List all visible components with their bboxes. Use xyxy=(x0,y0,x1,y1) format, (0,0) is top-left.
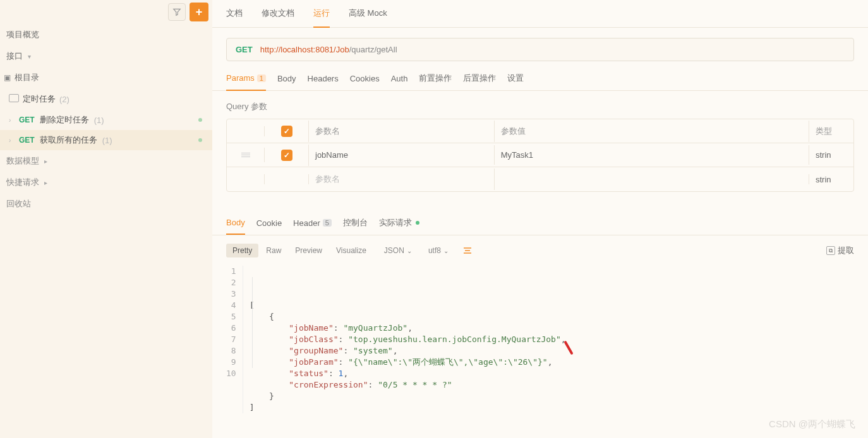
chevron-down-icon: ⌄ xyxy=(443,247,449,254)
header-name: 参数名 xyxy=(309,121,495,142)
request-url[interactable]: http://localhost:8081/Job/quartz/getAll xyxy=(260,45,397,54)
folder-label: 定时任务 xyxy=(23,93,56,105)
tab-headers[interactable]: Headers xyxy=(308,73,339,90)
row-check: ✓ xyxy=(265,145,309,166)
chevron-right-icon: › xyxy=(9,117,14,124)
format-code-button[interactable] xyxy=(460,243,475,258)
code-content[interactable]: [ { "jobName": "myQuartzJob", "jobClass"… xyxy=(243,266,566,413)
tab-pre[interactable]: 前置操作 xyxy=(419,73,452,90)
params-label: Params xyxy=(226,73,255,83)
caret-right-icon: ▸ xyxy=(44,179,47,186)
url-host: http://localhost:8081/Job xyxy=(260,45,349,54)
param-name-input[interactable]: 参数名 xyxy=(309,169,495,190)
recycle-bin-nav[interactable]: 回收站 xyxy=(0,193,212,215)
view-visualize[interactable]: Visualize xyxy=(330,244,373,257)
tab-doc[interactable]: 文档 xyxy=(226,8,243,27)
filter-button[interactable] xyxy=(168,3,186,21)
folder-root-icon: ▣ xyxy=(4,73,11,82)
svg-marker-0 xyxy=(174,9,181,15)
caret-right-icon: ▸ xyxy=(44,158,47,165)
data-model-label: 数据模型 xyxy=(6,155,39,167)
view-pretty[interactable]: Pretty xyxy=(226,244,258,257)
resp-tab-body[interactable]: Body xyxy=(226,218,245,235)
tab-mock[interactable]: 高级 Mock xyxy=(349,8,387,27)
header-check: ✓ xyxy=(265,121,309,142)
add-button[interactable]: + xyxy=(190,3,208,21)
param-type-input[interactable]: strin xyxy=(809,170,853,189)
api-nav[interactable]: 接口 ▾ xyxy=(0,45,212,67)
view-raw[interactable]: Raw xyxy=(260,244,287,257)
encoding-label: utf8 xyxy=(428,246,441,255)
item-count: (1) xyxy=(94,115,104,125)
data-model-nav[interactable]: 数据模型 ▸ xyxy=(0,150,212,172)
extract-label: 提取 xyxy=(838,245,854,256)
resp-tab-console[interactable]: 控制台 xyxy=(343,217,368,235)
folder-count: (2) xyxy=(59,95,69,104)
project-overview[interactable]: 项目概览 xyxy=(0,24,212,45)
tab-cookies[interactable]: Cookies xyxy=(350,73,380,90)
header-value: 参数值 xyxy=(495,121,809,142)
tree-item-delete-task[interactable]: › GET 删除定时任务 (1) xyxy=(0,110,212,130)
empty-check xyxy=(265,174,309,184)
params-count-badge: 1 xyxy=(257,74,266,82)
encoding-dropdown[interactable]: utf8 ⌄ xyxy=(423,244,454,257)
item-label: 获取所有的任务 xyxy=(40,134,97,146)
method-badge: GET xyxy=(19,115,35,124)
empty-handle xyxy=(227,174,265,184)
tab-post[interactable]: 后置操作 xyxy=(463,73,496,90)
tab-body[interactable]: Body xyxy=(277,73,296,90)
header-type: 类型 xyxy=(809,121,853,142)
method-badge: GET xyxy=(19,136,35,145)
query-section-title: Query 参数 xyxy=(212,91,868,119)
checkbox-all[interactable]: ✓ xyxy=(281,126,292,137)
tab-edit-doc[interactable]: 修改文档 xyxy=(262,8,294,27)
tab-params[interactable]: Params 1 xyxy=(226,73,266,91)
status-dot xyxy=(198,118,202,122)
view-preview[interactable]: Preview xyxy=(289,244,329,257)
table-row: ✓ jobName MyTask1 strin xyxy=(227,143,853,167)
chevron-down-icon: ⌄ xyxy=(407,247,412,254)
extract-button[interactable]: ⧉ 提取 xyxy=(826,245,854,256)
quick-req-label: 快捷请求 xyxy=(6,177,39,188)
resp-actual-label: 实际请求 xyxy=(379,217,412,228)
http-method[interactable]: GET xyxy=(236,45,253,54)
header-handle xyxy=(227,126,265,136)
param-name-cell[interactable]: jobName xyxy=(309,145,495,165)
tab-auth[interactable]: Auth xyxy=(391,73,408,90)
resp-tab-header[interactable]: Header 5 xyxy=(293,218,332,234)
root-folder[interactable]: ▣ 根目录 xyxy=(0,67,212,88)
tab-settings[interactable]: 设置 xyxy=(507,73,524,90)
root-label: 根目录 xyxy=(15,72,39,83)
query-param-table: ✓ 参数名 参数值 类型 ✓ jobName MyTask1 strin xyxy=(226,119,854,192)
quick-request-nav[interactable]: 快捷请求 ▸ xyxy=(0,172,212,193)
status-dot xyxy=(198,138,202,142)
param-type-cell[interactable]: strin xyxy=(809,145,853,165)
sidebar: + 项目概览 接口 ▾ ▣ 根目录 定时任务 (2) › GET 删除定时任务 … xyxy=(0,0,212,438)
resp-header-label: Header xyxy=(293,218,320,228)
item-label: 删除定时任务 xyxy=(40,114,89,126)
checkbox-row[interactable]: ✓ xyxy=(281,150,292,161)
line-gutter: 12345678910 xyxy=(226,266,243,413)
table-header-row: ✓ 参数名 参数值 类型 xyxy=(227,119,853,143)
view-mode-group: Pretty Raw Preview Visualize xyxy=(226,244,373,257)
format-icon xyxy=(462,247,473,254)
resp-tab-cookie[interactable]: Cookie xyxy=(256,218,282,234)
url-bar[interactable]: GET http://localhost:8081/Job/quartz/get… xyxy=(226,38,854,61)
extract-icon: ⧉ xyxy=(826,246,835,255)
table-row-empty: 参数名 strin xyxy=(227,167,853,191)
drag-handle[interactable] xyxy=(227,148,265,162)
resp-header-count: 5 xyxy=(323,219,332,227)
resp-tab-actual[interactable]: 实际请求 xyxy=(379,217,419,235)
param-value-input[interactable] xyxy=(495,174,809,184)
param-value-cell[interactable]: MyTask1 xyxy=(495,145,809,165)
format-dropdown[interactable]: JSON ⌄ xyxy=(379,244,417,257)
folder-icon xyxy=(9,94,19,104)
tree-item-get-all[interactable]: › GET 获取所有的任务 (1) xyxy=(0,130,212,150)
format-label: JSON xyxy=(384,246,404,255)
chevron-right-icon: › xyxy=(9,137,14,144)
drag-lines-icon xyxy=(241,153,250,157)
item-count: (1) xyxy=(102,136,112,145)
tree-folder-timer[interactable]: 定时任务 (2) xyxy=(0,88,212,110)
response-body[interactable]: 12345678910 [ { "jobName": "myQuartzJob"… xyxy=(226,266,854,413)
tab-run[interactable]: 运行 xyxy=(313,8,330,28)
